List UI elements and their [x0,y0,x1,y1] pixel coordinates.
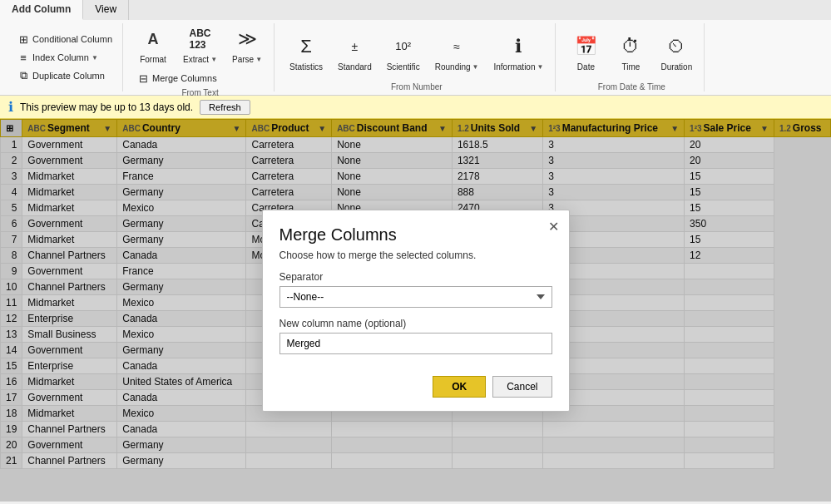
date-label: Date [577,62,595,72]
ribbon-group-from-number: Σ Statistics ± Standard 10² Scientific ≈… [278,23,556,91]
conditional-column-label: Conditional Column [32,34,112,44]
duplicate-column-label: Duplicate Column [32,71,105,81]
modal-title: Merge Columns [263,210,569,250]
from-date-label: From Date & Time [598,81,665,91]
separator-select[interactable]: --None--ColonCommaEquals SignSemicolonSp… [279,286,552,308]
duration-btn[interactable]: ⏲ Duration [655,31,697,74]
from-number-label: From Number [391,81,443,91]
rounding-label: Rounding▼ [435,62,479,72]
statistics-icon: Σ [293,33,319,60]
separator-label: Separator [279,271,552,283]
from-text-row: A Format ABC123 Extract▼ ≫ Parse▼ [133,23,267,67]
merge-columns-btn[interactable]: ⊟ Merge Columns [133,70,267,86]
ribbon-group-from-date: 📅 Date ⏱ Time ⏲ Duration From Date & Tim… [559,23,705,91]
merge-columns-icon: ⊟ [136,72,150,85]
index-column-icon: ≡ [17,51,30,64]
information-label: Information▼ [493,62,543,72]
ribbon-tab-bar: Add Column View [0,0,831,20]
merge-columns-dialog: ✕ Merge Columns Choose how to merge the … [262,210,570,412]
from-number-items: Σ Statistics ± Standard 10² Scientific ≈… [284,23,548,81]
index-column-btn[interactable]: ≡ Index Column ▼ [13,49,116,66]
standard-btn[interactable]: ± Standard [333,31,377,74]
time-icon: ⏱ [617,33,644,60]
ribbon-group-from-text: A Format ABC123 Extract▼ ≫ Parse▼ [126,23,275,91]
duration-label: Duration [660,62,692,72]
refresh-button[interactable]: Refresh [200,100,250,115]
extract-btn[interactable]: ABC123 Extract▼ [178,23,222,67]
statistics-btn[interactable]: Σ Statistics [284,31,328,74]
time-btn[interactable]: ⏱ Time [611,31,650,74]
parse-label: Parse▼ [232,55,262,64]
col-name-input[interactable] [279,333,552,354]
modal-close-button[interactable]: ✕ [548,219,559,235]
format-icon: A [140,26,166,52]
information-icon: ℹ [505,33,532,60]
notification-message: This preview may be up to 13 days old. [20,101,193,113]
modal-body: Separator --None--ColonCommaEquals SignS… [263,271,569,368]
rounding-icon: ≈ [443,33,470,60]
extract-label: Extract▼ [183,55,217,64]
ribbon-body: ⊞ Conditional Column ≡ Index Column ▼ ⧉ … [0,20,831,95]
parse-btn[interactable]: ≫ Parse▼ [227,23,267,67]
date-icon: 📅 [572,33,599,60]
ok-button[interactable]: OK [433,376,486,398]
tab-view[interactable]: View [83,0,129,20]
index-column-label: Index Column [32,52,89,62]
statistics-label: Statistics [289,62,323,72]
general-items: ⊞ Conditional Column ≡ Index Column ▼ ⧉ … [13,23,116,91]
modal-footer: OK Cancel [263,368,569,411]
from-text-label: From Text [181,86,218,97]
date-btn[interactable]: 📅 Date [566,31,606,74]
format-label: Format [140,55,166,64]
standard-icon: ± [341,33,368,60]
from-text-items: A Format ABC123 Extract▼ ≫ Parse▼ [133,23,267,86]
modal-overlay: ✕ Merge Columns Choose how to merge the … [0,119,831,502]
scientific-label: Scientific [387,62,420,72]
time-label: Time [621,62,640,72]
index-column-chevron: ▼ [92,54,98,62]
info-icon: ℹ [8,99,13,115]
extract-icon: ABC123 [187,26,214,52]
conditional-column-btn[interactable]: ⊞ Conditional Column [13,31,116,47]
cancel-button[interactable]: Cancel [492,376,552,398]
scientific-btn[interactable]: 10² Scientific [382,31,425,74]
duration-icon: ⏲ [663,33,690,60]
parse-icon: ≫ [234,26,260,52]
duplicate-column-icon: ⧉ [17,69,30,82]
from-date-items: 📅 Date ⏱ Time ⏲ Duration [566,23,697,81]
standard-label: Standard [338,62,372,72]
duplicate-column-btn[interactable]: ⧉ Duplicate Column [13,67,116,84]
tab-add-column[interactable]: Add Column [0,0,83,20]
scientific-icon: 10² [390,33,417,60]
table-area: ⊞ ABCSegment ▼ ABCCountry ▼ [0,119,831,502]
merge-columns-label: Merge Columns [152,73,217,83]
notification-bar: ℹ This preview may be up to 13 days old.… [0,96,831,119]
col-name-label: New column name (optional) [279,318,552,329]
ribbon: Add Column View ⊞ Conditional Column ≡ I… [0,0,831,96]
format-btn[interactable]: A Format [133,23,173,67]
conditional-column-icon: ⊞ [17,32,30,46]
modal-subtitle: Choose how to merge the selected columns… [263,250,569,271]
ribbon-group-general: ⊞ Conditional Column ≡ Index Column ▼ ⧉ … [7,23,123,91]
information-btn[interactable]: ℹ Information▼ [488,31,548,74]
rounding-btn[interactable]: ≈ Rounding▼ [430,31,484,74]
